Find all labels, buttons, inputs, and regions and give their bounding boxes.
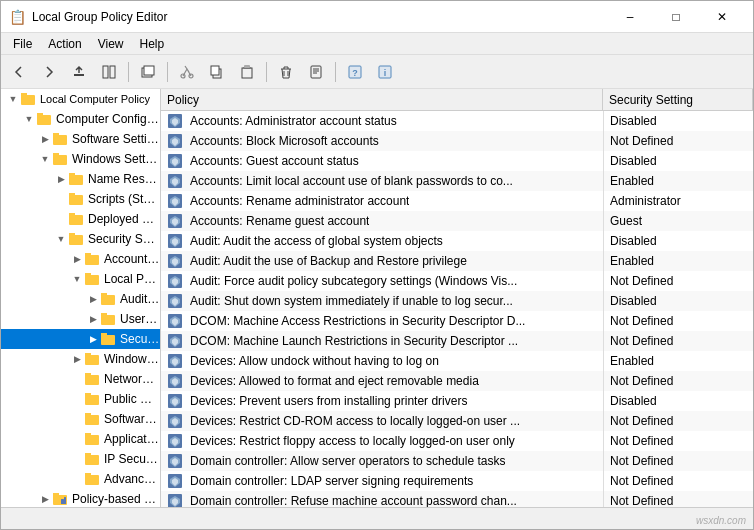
list-row[interactable]: Domain controller: Allow server operator… <box>161 451 753 471</box>
up-button[interactable] <box>65 58 93 86</box>
expander-software-settings[interactable]: ▶ <box>37 131 53 147</box>
policy-text: DCOM: Machine Access Restrictions in Sec… <box>190 314 525 328</box>
sidebar-item-advanced-au[interactable]: Advanced Au... <box>1 469 160 489</box>
sidebar-item-network-list[interactable]: Network List... <box>1 369 160 389</box>
list-row[interactable]: Audit: Audit the access of global system… <box>161 231 753 251</box>
expander-security-settings[interactable]: ▼ <box>53 231 69 247</box>
expander-local-policies[interactable]: ▼ <box>69 271 85 287</box>
column-header-setting[interactable]: Security Setting <box>603 89 753 110</box>
policy-cell: Devices: Allowed to format and eject rem… <box>161 371 603 391</box>
policy-text: Devices: Restrict CD-ROM access to local… <box>190 414 520 428</box>
svg-text:?: ? <box>352 68 358 78</box>
back-button[interactable] <box>5 58 33 86</box>
show-hide-button[interactable] <box>95 58 123 86</box>
list-row[interactable]: Devices: Allowed to format and eject rem… <box>161 371 753 391</box>
svg-rect-58 <box>85 475 99 485</box>
sidebar-item-public-key-po[interactable]: Public Key Po... <box>1 389 160 409</box>
list-row[interactable]: DCOM: Machine Launch Restrictions in Sec… <box>161 331 753 351</box>
list-row[interactable]: Accounts: Administrator account statusDi… <box>161 111 753 131</box>
menu-help[interactable]: Help <box>132 35 173 53</box>
help-button-1[interactable]: ? <box>341 58 369 86</box>
svg-rect-50 <box>85 395 99 405</box>
sidebar-item-application-c[interactable]: Application C... <box>1 429 160 449</box>
minimize-button[interactable]: – <box>607 1 653 33</box>
title-bar: 📋 Local Group Policy Editor – □ ✕ <box>1 1 753 33</box>
sidebar-label-name-resolution: Name Resolutio... <box>88 172 160 186</box>
sidebar-item-security-settings[interactable]: ▼ Security Settings <box>1 229 160 249</box>
setting-cell: Disabled <box>603 231 753 251</box>
svg-rect-0 <box>74 74 84 76</box>
expander-computer-config[interactable]: ▼ <box>21 111 37 127</box>
copy-button[interactable] <box>203 58 231 86</box>
policy-cell: Accounts: Limit local account use of bla… <box>161 171 603 191</box>
expander-scripts <box>53 191 69 207</box>
expander-policy-based-qo[interactable]: ▶ <box>37 491 53 507</box>
expander-account-poli[interactable]: ▶ <box>69 251 85 267</box>
list-row[interactable]: Accounts: Guest account statusDisabled <box>161 151 753 171</box>
list-row[interactable]: Audit: Shut down system immediately if u… <box>161 291 753 311</box>
list-row[interactable]: Domain controller: LDAP server signing r… <box>161 471 753 491</box>
policy-text: Devices: Restrict floppy access to local… <box>190 434 515 448</box>
delete-button[interactable] <box>272 58 300 86</box>
sidebar-item-account-poli[interactable]: ▶ Account Poli... <box>1 249 160 269</box>
expander-name-resolution[interactable]: ▶ <box>53 171 69 187</box>
expander-root[interactable]: ▼ <box>5 91 21 107</box>
sidebar-item-policy-based-qo[interactable]: ▶ Policy-based Qo... <box>1 489 160 507</box>
expander-audit-poli[interactable]: ▶ <box>85 291 101 307</box>
help-button-2[interactable]: i <box>371 58 399 86</box>
list-row[interactable]: Accounts: Rename guest accountGuest <box>161 211 753 231</box>
toolbar: ? i <box>1 55 753 89</box>
close-button[interactable]: ✕ <box>699 1 745 33</box>
expander-windows-fire[interactable]: ▶ <box>69 351 85 367</box>
properties-button[interactable] <box>302 58 330 86</box>
menu-view[interactable]: View <box>90 35 132 53</box>
list-row[interactable]: Accounts: Rename administrator accountAd… <box>161 191 753 211</box>
list-row[interactable]: Devices: Prevent users from installing p… <box>161 391 753 411</box>
maximize-button[interactable]: □ <box>653 1 699 33</box>
sidebar-item-software-rest[interactable]: Software Rest... <box>1 409 160 429</box>
policy-text: Audit: Force audit policy subcategory se… <box>190 274 517 288</box>
sidebar[interactable]: ▼ Local Computer Policy ▼ Computer Confi… <box>1 89 161 507</box>
expander-security-c[interactable]: ▶ <box>85 331 101 347</box>
sidebar-item-windows-settings[interactable]: ▼ Windows Settings <box>1 149 160 169</box>
svg-rect-38 <box>85 275 99 285</box>
sidebar-item-audit-poli[interactable]: ▶ Audit Poli... <box>1 289 160 309</box>
list-body[interactable]: Accounts: Administrator account statusDi… <box>161 111 753 507</box>
status-bar <box>1 507 753 529</box>
forward-button[interactable] <box>35 58 63 86</box>
list-row[interactable]: Accounts: Limit local account use of bla… <box>161 171 753 191</box>
sidebar-item-root[interactable]: ▼ Local Computer Policy <box>1 89 160 109</box>
sidebar-item-software-settings[interactable]: ▶ Software Settings <box>1 129 160 149</box>
sidebar-item-security-c[interactable]: ▶ Security C... <box>1 329 160 349</box>
list-row[interactable]: Audit: Force audit policy subcategory se… <box>161 271 753 291</box>
list-row[interactable]: Accounts: Block Microsoft accountsNot De… <box>161 131 753 151</box>
list-row[interactable]: DCOM: Machine Access Restrictions in Sec… <box>161 311 753 331</box>
column-header-policy[interactable]: Policy <box>161 89 603 110</box>
sidebar-item-local-policies[interactable]: ▼ Local Policies <box>1 269 160 289</box>
sidebar-item-user-righ[interactable]: ▶ User Righ... <box>1 309 160 329</box>
svg-rect-29 <box>69 173 75 176</box>
paste-button[interactable] <box>233 58 261 86</box>
cut-button[interactable] <box>173 58 201 86</box>
expander-windows-settings[interactable]: ▼ <box>37 151 53 167</box>
new-window-button[interactable] <box>134 58 162 86</box>
menu-file[interactable]: File <box>5 35 40 53</box>
list-row[interactable]: Devices: Allow undock without having to … <box>161 351 753 371</box>
sidebar-item-computer-config[interactable]: ▼ Computer Configuration <box>1 109 160 129</box>
sidebar-item-deployed-printer[interactable]: Deployed Printer <box>1 209 160 229</box>
list-row[interactable]: Devices: Restrict CD-ROM access to local… <box>161 411 753 431</box>
expander-user-righ[interactable]: ▶ <box>85 311 101 327</box>
folder-icon-deployed-printer <box>69 211 85 227</box>
sidebar-item-ip-security-po[interactable]: IP Security Po... <box>1 449 160 469</box>
sidebar-item-name-resolution[interactable]: ▶ Name Resolutio... <box>1 169 160 189</box>
setting-cell: Enabled <box>603 351 753 371</box>
list-row[interactable]: Audit: Audit the use of Backup and Resto… <box>161 251 753 271</box>
policy-cell: DCOM: Machine Access Restrictions in Sec… <box>161 311 603 331</box>
sidebar-item-windows-fire[interactable]: ▶ Windows Fire... <box>1 349 160 369</box>
menu-action[interactable]: Action <box>40 35 89 53</box>
setting-cell: Not Defined <box>603 271 753 291</box>
policy-cell: Accounts: Administrator account status <box>161 111 603 131</box>
list-row[interactable]: Domain controller: Refuse machine accoun… <box>161 491 753 507</box>
list-row[interactable]: Devices: Restrict floppy access to local… <box>161 431 753 451</box>
sidebar-item-scripts[interactable]: Scripts (Startup/S... <box>1 189 160 209</box>
